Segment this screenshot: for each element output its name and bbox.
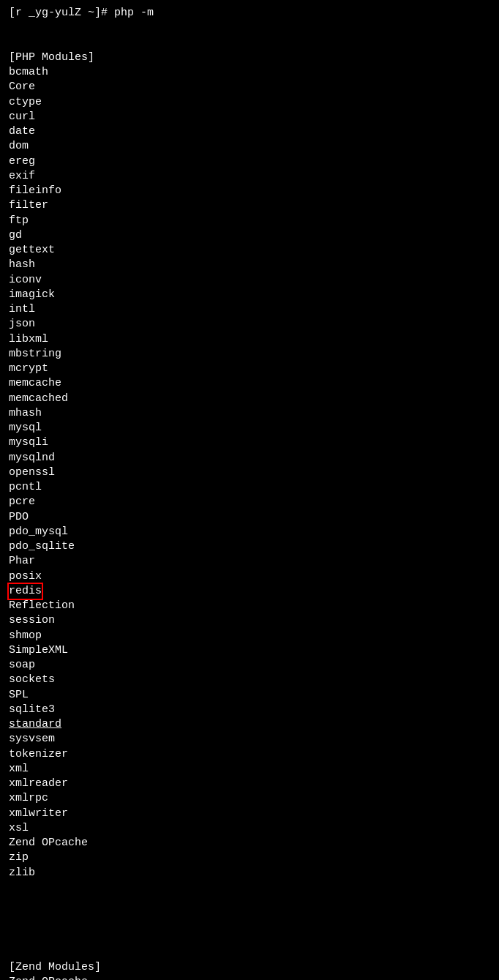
module-item: Zend OPcache [9,836,490,850]
module-item: pdo_mysql [9,525,490,539]
module-item: session [9,613,490,628]
module-item: xml [9,762,490,777]
prompt-line: [r _yg-yulZ ~]# php -m [9,6,490,20]
module-item: xsl [9,821,490,836]
module-item: tokenizer [9,747,490,762]
module-item: xmlwriter [9,807,490,821]
module-item: ereg [9,154,490,169]
module-item: PDO [9,510,490,525]
php-modules-header: [PHP Modules] [9,51,490,65]
module-item: mysqlnd [9,451,490,465]
module-item: ftp [9,214,490,228]
module-item: iconv [9,273,490,288]
module-item: fileinfo [9,184,490,198]
module-item: Phar [9,554,490,569]
terminal-window: [r _yg-yulZ ~]# php -m [PHP Modules]bcma… [9,6,490,980]
module-item: intl [9,302,490,317]
module-item: json [9,317,490,332]
module-item: mysqli [9,435,490,450]
module-item: redis [9,584,42,599]
module-item: zlib [9,866,490,880]
module-item: pcntl [9,480,490,495]
module-item: sqlite3 [9,703,490,717]
module-item: exif [9,169,490,184]
module-item: soap [9,658,490,673]
module-item: memcache [9,376,490,391]
module-item: mysql [9,421,490,435]
zend-modules-header: [Zend Modules] [9,960,490,975]
module-item: posix [9,569,490,584]
module-item: libxml [9,332,490,347]
module-item: imagick [9,288,490,302]
module-item: mhash [9,406,490,421]
terminal-content: [PHP Modules]bcmathCorectypecurldatedome… [9,20,490,980]
module-item: filter [9,198,490,213]
module-item: zip [9,850,490,865]
zend-modules-section: [Zend Modules]Zend OPcache [9,931,490,981]
module-item: standard [9,717,490,732]
module-item: ctype [9,95,490,110]
module-item: pcre [9,495,490,509]
module-item: hash [9,258,490,272]
module-item: date [9,124,490,139]
module-item: xmlreader [9,777,490,791]
module-item: memcached [9,392,490,406]
module-item: bcmath [9,65,490,80]
module-item: mbstring [9,347,490,362]
module-item: Reflection [9,599,490,613]
module-item: gd [9,228,490,243]
module-item: Core [9,80,490,94]
module-item: gettext [9,243,490,258]
module-item: SimpleXML [9,643,490,658]
module-item: mcrypt [9,362,490,376]
php-modules-section: [PHP Modules]bcmathCorectypecurldatedome… [9,51,490,880]
module-item: xmlrpc [9,791,490,806]
module-item: dom [9,139,490,154]
module-item: curl [9,110,490,124]
zend-module-item: Zend OPcache [9,975,490,980]
module-item: pdo_sqlite [9,539,490,554]
module-item: sysvsem [9,732,490,747]
module-item: SPL [9,688,490,703]
module-item: sockets [9,673,490,687]
module-item: openssl [9,465,490,480]
module-item: shmop [9,629,490,643]
